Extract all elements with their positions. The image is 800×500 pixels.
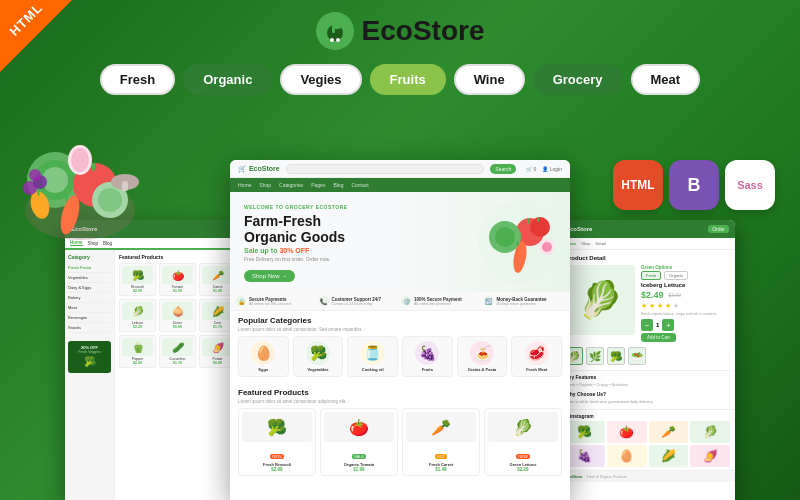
insta-5[interactable]: 🍇	[565, 445, 605, 467]
thumb-3[interactable]: 🥦	[607, 347, 625, 365]
shop-now-button[interactable]: Shop Now →	[244, 270, 295, 282]
search-button[interactable]: Search	[490, 164, 516, 174]
detail-orig-price: $3.99	[669, 292, 682, 298]
cnav-blog[interactable]: Blog	[333, 182, 343, 188]
svg-point-26	[530, 217, 550, 237]
qty-plus[interactable]: +	[662, 319, 674, 331]
mini-product-img-4: 🥬	[122, 302, 153, 320]
sidebar-cat-dairy[interactable]: Dairy & Eggs	[68, 283, 111, 293]
insta-6[interactable]: 🥚	[607, 445, 647, 467]
mini-product-price-4: $2.29	[122, 325, 153, 329]
sidebar-cat-meat[interactable]: Meat	[68, 303, 111, 313]
featured-subtitle: Lorem ipsum dolor sit amet consectetur a…	[230, 399, 570, 408]
mini-product-7: 🫑 Pepper $2.49	[119, 335, 156, 368]
why-choose-text: Farm to table freshness guaranteed daily…	[565, 399, 730, 405]
tech-badges: HTML B Sass	[613, 160, 775, 210]
nav-tab-vegies[interactable]: Vegies	[280, 64, 361, 95]
left-nav-shop[interactable]: Shop	[88, 241, 99, 246]
nav-tab-fruits[interactable]: Fruits	[370, 64, 446, 95]
nav-tab-fresh[interactable]: Fresh	[100, 64, 175, 95]
thumb-4[interactable]: 🥗	[628, 347, 646, 365]
sidebar-cat-snacks[interactable]: Snacks	[68, 323, 111, 333]
left-screen-header: EcoStore	[65, 220, 240, 238]
sidebar-cat-veg[interactable]: Vegetables	[68, 273, 111, 283]
left-featured-label: Featured Products	[119, 254, 236, 260]
sidebar-cat-bev[interactable]: Beverages	[68, 313, 111, 323]
qty-minus[interactable]: −	[641, 319, 653, 331]
product-item-2[interactable]: 🍅 SALE Organic Tomato $1.99	[320, 408, 398, 476]
left-product-grid: 🥦 Broccoli $2.99 🍅 Tomato $1.99 🥕 Carrot…	[119, 263, 236, 368]
search-bar[interactable]	[286, 164, 485, 174]
insta-2[interactable]: 🍅	[607, 421, 647, 443]
mini-product-2: 🍅 Tomato $1.99	[159, 263, 196, 296]
right-nav-detail[interactable]: Detail	[595, 241, 605, 246]
product-item-3[interactable]: 🥕 HOT Fresh Carrot $1.49	[402, 408, 480, 476]
right-nav-shop[interactable]: Shop	[581, 241, 590, 246]
mini-product-8: 🥒 Cucumber $1.39	[159, 335, 196, 368]
tech-badge-bootstrap: B	[669, 160, 719, 210]
cnav-pages[interactable]: Pages	[311, 182, 325, 188]
why-choose-title: Why Choose Us?	[565, 391, 730, 397]
price-area: $2.49 $3.99	[641, 290, 730, 300]
detail-thumbs: 🥬 🌿 🥦 🥗	[565, 347, 730, 365]
sidebar-cat-bakery[interactable]: Bakery	[68, 293, 111, 303]
cnav-shop[interactable]: Shop	[259, 182, 271, 188]
category-eggs-name: Eggs	[241, 367, 286, 372]
category-eggs[interactable]: 🥚 Eggs	[238, 336, 289, 377]
product-img-4: 🥬	[488, 412, 558, 442]
nav-tab-meat[interactable]: Meat	[631, 64, 701, 95]
detail-info: Green Options Fresh Organic Iceberg Lett…	[641, 265, 730, 342]
insta-8[interactable]: 🍠	[690, 445, 730, 467]
product-badge-2: SALE	[352, 454, 366, 459]
mini-product-price-1: $2.99	[122, 289, 153, 293]
category-grains[interactable]: 🍝 Grains & Pasta	[457, 336, 508, 377]
cnav-home[interactable]: Home	[238, 182, 251, 188]
mini-product-price-9: $0.89	[202, 361, 233, 365]
instagram-title: @instagram	[565, 413, 730, 419]
product-img-1: 🥦	[242, 412, 312, 442]
mini-product-img-7: 🫑	[122, 338, 153, 356]
insta-1[interactable]: 🥦	[565, 421, 605, 443]
qty-row: − 1 +	[641, 319, 730, 331]
sidebar-cat-fresh[interactable]: Fresh Fruits	[68, 263, 111, 273]
instagram-section: @instagram 🥦 🍅 🥕 🥬 🍇 🥚 🌽 🍠	[560, 409, 735, 470]
nav-tab-wine[interactable]: Wine	[454, 64, 525, 95]
nav-tab-grocery[interactable]: Grocery	[533, 64, 623, 95]
detail-desc: Fresh organic lettuce, crispy and rich i…	[641, 312, 730, 316]
option-fresh[interactable]: Fresh	[641, 271, 661, 280]
left-nav-home[interactable]: Home	[70, 240, 83, 246]
mini-product-img-6: 🌽	[202, 302, 233, 320]
insta-7[interactable]: 🌽	[649, 445, 689, 467]
cart-icon[interactable]: 🛒 0	[526, 166, 536, 172]
key-features-text: Fresh • Organic • Crispy • Nutritious	[565, 382, 730, 388]
category-fruits-name: Fruits	[405, 367, 450, 372]
category-meat[interactable]: 🥩 Fresh Meat	[511, 336, 562, 377]
feature-payment-text: 100% Secure Payment All orders are prote…	[414, 297, 462, 306]
category-fruits[interactable]: 🍇 Fruits	[402, 336, 453, 377]
nav-tabs: Fresh Organic Vegies Fruits Wine Grocery…	[100, 64, 700, 95]
add-to-cart-button[interactable]: Add to Cart	[641, 333, 676, 342]
category-veg-img: 🥦	[306, 341, 330, 365]
logo-icon	[316, 12, 354, 50]
star-1: ★	[641, 302, 647, 310]
cnav-categories[interactable]: Categories	[279, 182, 303, 188]
cnav-contact[interactable]: Contact	[351, 182, 368, 188]
stars-row: ★ ★ ★ ★ ★	[641, 302, 730, 310]
account-icon[interactable]: 👤 Login	[542, 166, 562, 172]
thumb-2[interactable]: 🌿	[586, 347, 604, 365]
left-nav-blog[interactable]: Blog	[103, 241, 112, 246]
category-vegetables[interactable]: 🥦 Vegetables	[293, 336, 344, 377]
category-oil[interactable]: 🫙 Cooking oil	[347, 336, 398, 377]
product-item-4[interactable]: 🥬 NEW Green Lettuce $2.29	[484, 408, 562, 476]
right-order-btn[interactable]: Order	[708, 225, 729, 233]
product-item-1[interactable]: 🥦 NEW Fresh Broccoli $2.99	[238, 408, 316, 476]
insta-4[interactable]: 🥬	[690, 421, 730, 443]
option-organic[interactable]: Organic	[664, 271, 688, 280]
option-buttons: Fresh Organic	[641, 271, 730, 280]
features-row: 🔒 Secure Payments All orders are SSL sec…	[230, 292, 570, 311]
tech-badge-sass: Sass	[725, 160, 775, 210]
insta-3[interactable]: 🥕	[649, 421, 689, 443]
nav-tab-organic[interactable]: Organic	[183, 64, 272, 95]
mini-product-img-3: 🥕	[202, 266, 233, 284]
support-icon: 📞	[319, 296, 329, 306]
